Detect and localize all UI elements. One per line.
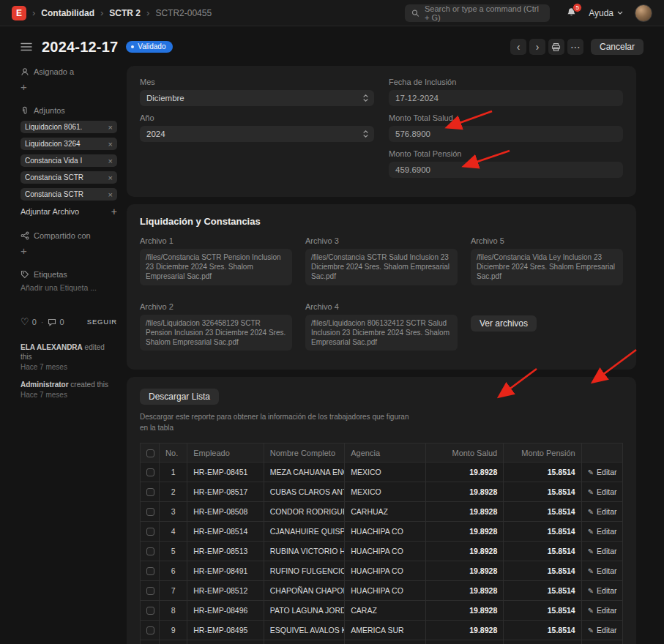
row-number: 1 bbox=[160, 463, 187, 482]
comment-count: 0 bbox=[59, 318, 64, 326]
agency: MIRAFLORES AREQUIPA bbox=[345, 640, 426, 644]
help-menu-button[interactable]: Ayuda bbox=[589, 8, 623, 18]
edit-row-button[interactable]: ✎ Editar bbox=[588, 527, 617, 536]
add-assignment-button[interactable]: + bbox=[20, 82, 32, 92]
notification-badge: 5 bbox=[572, 3, 582, 12]
col-nombre-completo: Nombre Completo bbox=[264, 443, 345, 463]
notifications-button[interactable]: 5 bbox=[566, 7, 577, 18]
activity-time: Hace 7 meses bbox=[20, 391, 117, 400]
agency: CARAZ bbox=[345, 601, 426, 621]
paperclip-icon bbox=[20, 106, 29, 115]
table-row: 4 HR-EMP-08514 CJANAHUIRE QUISPE ... HUA… bbox=[141, 522, 623, 542]
employee-name: MERMA SALAZAR FIOR... bbox=[264, 640, 345, 644]
remove-attachment-icon[interactable]: × bbox=[108, 190, 113, 199]
attachment-pill[interactable]: Constancia SCTR × bbox=[20, 171, 117, 184]
ver-archivos-button[interactable]: Ver archivos bbox=[471, 315, 537, 332]
next-document-button[interactable]: › bbox=[529, 39, 545, 55]
attachment-pill[interactable]: Constancia Vida I × bbox=[20, 154, 117, 167]
activity-action: created this bbox=[70, 381, 108, 389]
breadcrumb-sctr2[interactable]: SCTR 2 bbox=[109, 8, 141, 18]
edit-row-button[interactable]: ✎ Editar bbox=[588, 507, 617, 516]
row-checkbox[interactable] bbox=[146, 607, 154, 615]
archivo-field: Archivo 5 /files/Constancia Vida Ley Inc… bbox=[471, 236, 623, 285]
row-checkbox[interactable] bbox=[146, 626, 154, 634]
share-icon bbox=[20, 231, 29, 240]
row-number: 9 bbox=[160, 621, 187, 640]
help-label: Ayuda bbox=[589, 8, 613, 18]
agency: MEXICO bbox=[345, 463, 426, 482]
menu-ellipsis-button[interactable]: ⋯ bbox=[567, 39, 583, 55]
navbar-right: 5 Ayuda bbox=[566, 4, 652, 22]
monto-salud-cell: 19.8928 bbox=[425, 640, 503, 644]
cancel-button[interactable]: Cancelar bbox=[591, 39, 644, 55]
row-checkbox[interactable] bbox=[146, 508, 154, 516]
main-content: Mes Diciembre Año 2024 bbox=[127, 66, 636, 644]
attachment-pill[interactable]: Constancia SCTR × bbox=[20, 188, 117, 201]
descargar-lista-button[interactable]: Descargar Lista bbox=[140, 389, 219, 405]
row-number: 8 bbox=[160, 601, 187, 621]
edit-row-button[interactable]: ✎ Editar bbox=[588, 626, 617, 634]
row-number: 6 bbox=[160, 561, 187, 581]
user-avatar[interactable] bbox=[635, 4, 652, 22]
row-checkbox[interactable] bbox=[146, 587, 154, 595]
attachments-section: Adjuntos Liquidacion 8061. × Liquidacion… bbox=[20, 106, 117, 217]
select-all-checkbox[interactable] bbox=[146, 449, 154, 457]
edit-row-button[interactable]: ✎ Editar bbox=[588, 566, 617, 575]
breadcrumb-current-doc[interactable]: SCTR2-00455 bbox=[155, 8, 212, 18]
employee-id: HR-EMP-08496 bbox=[187, 601, 264, 621]
employee-id: HR-EMP-08495 bbox=[187, 621, 264, 640]
row-checkbox[interactable] bbox=[146, 488, 154, 496]
breadcrumb-contabilidad[interactable]: Contabilidad bbox=[41, 8, 94, 18]
table-row: 7 HR-EMP-08512 CHAPOÑAN CHAPOÑA... HUACH… bbox=[141, 581, 623, 601]
edit-row-button[interactable]: ✎ Editar bbox=[588, 468, 617, 476]
monto-salud-cell: 19.8928 bbox=[425, 502, 503, 522]
archivo-1-link[interactable]: /files/Constancia SCTR Pension Inclusion… bbox=[140, 249, 292, 285]
monto-total-salud-field: 576.8900 bbox=[389, 126, 623, 142]
print-button[interactable] bbox=[548, 39, 564, 55]
archivo-3-link[interactable]: /files/Constancia SCTR Salud Inclusion 2… bbox=[305, 249, 458, 285]
attachment-pill[interactable]: Liquidacion 3264 × bbox=[20, 138, 117, 150]
remove-attachment-icon[interactable]: × bbox=[108, 173, 113, 182]
edit-row-button[interactable]: ✎ Editar bbox=[588, 547, 617, 555]
row-checkbox[interactable] bbox=[146, 468, 154, 476]
add-share-button[interactable]: + bbox=[20, 246, 32, 256]
fecha-inclusion-field: 17-12-2024 bbox=[389, 90, 623, 106]
remove-attachment-icon[interactable]: × bbox=[108, 140, 113, 149]
global-search-input[interactable]: Search or type a command (Ctrl + G) bbox=[405, 4, 550, 22]
pencil-icon: ✎ bbox=[588, 607, 594, 615]
edit-row-button[interactable]: ✎ Editar bbox=[588, 586, 617, 595]
edit-row-button[interactable]: ✎ Editar bbox=[588, 606, 617, 615]
comment-icon[interactable] bbox=[48, 318, 56, 326]
remove-attachment-icon[interactable]: × bbox=[108, 157, 113, 165]
edit-row-button[interactable]: ✎ Editar bbox=[588, 487, 617, 496]
person-icon bbox=[20, 67, 29, 76]
archivo-4-link[interactable]: /files/Liquidacion 806132412 SCTR Salud … bbox=[305, 315, 458, 351]
archivo-2-link[interactable]: /files/Liquidacion 326458129 SCTR Pensio… bbox=[140, 315, 292, 351]
sidebar-toggle-icon[interactable] bbox=[20, 42, 32, 51]
employee-id: HR-EMP-08493 bbox=[187, 640, 264, 644]
monto-pension-cell: 15.8514 bbox=[504, 502, 581, 522]
col-monto-salud: Monto Salud bbox=[425, 443, 503, 463]
table-description: Descargar este reporte para obtener la i… bbox=[140, 411, 623, 433]
dot-separator: · bbox=[41, 318, 44, 326]
app-logo[interactable]: E bbox=[12, 6, 26, 20]
ano-select[interactable]: 2024 bbox=[140, 126, 374, 142]
monto-salud-cell: 19.8928 bbox=[425, 581, 503, 601]
attach-file-button[interactable]: Adjuntar Archivo + bbox=[20, 206, 117, 217]
table-row: 5 HR-EMP-08513 RUBINA VICTORIO HOI... HU… bbox=[141, 542, 623, 561]
attachment-name: Liquidacion 3264 bbox=[25, 140, 81, 148]
follow-button[interactable]: SEGUIR bbox=[87, 318, 117, 326]
mes-select[interactable]: Diciembre bbox=[140, 90, 374, 106]
attachment-pill[interactable]: Liquidacion 8061. × bbox=[20, 121, 117, 133]
prev-document-button[interactable]: ‹ bbox=[510, 39, 526, 55]
add-tag-input[interactable]: Añadir una Etiqueta ... bbox=[20, 283, 117, 292]
like-button-heart-icon[interactable]: ♡ bbox=[20, 316, 29, 327]
archivo-5-link[interactable]: /files/Constancia Vida Ley Inclusion 23 … bbox=[471, 249, 623, 285]
row-checkbox[interactable] bbox=[146, 528, 154, 536]
remove-attachment-icon[interactable]: × bbox=[108, 123, 113, 132]
row-checkbox[interactable] bbox=[146, 567, 154, 575]
pencil-icon: ✎ bbox=[588, 587, 594, 595]
row-checkbox[interactable] bbox=[146, 547, 154, 555]
employee-id: HR-EMP-08512 bbox=[187, 581, 264, 601]
agency: HUACHIPA CO bbox=[345, 522, 426, 542]
